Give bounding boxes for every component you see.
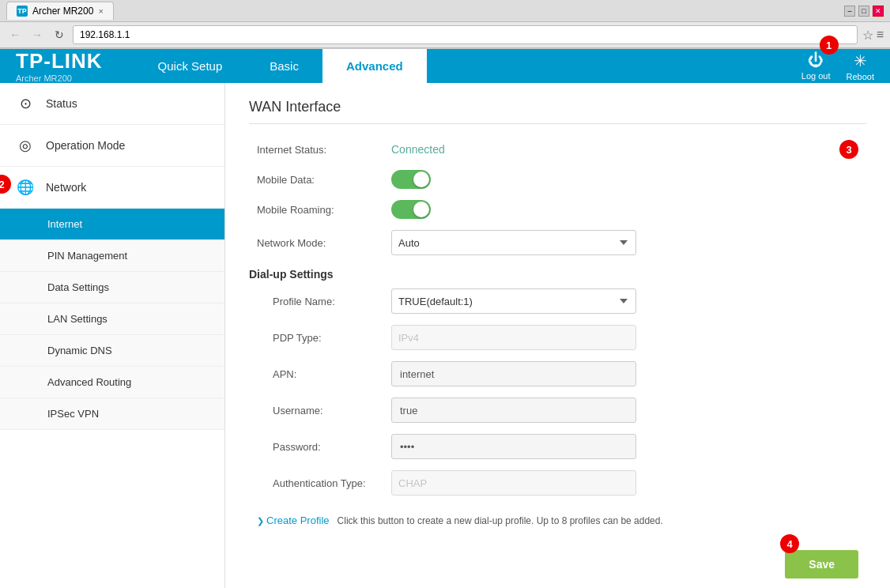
auth-type-label: Authentication Type: — [257, 477, 391, 489]
network-mode-label: Network Mode: — [257, 237, 391, 249]
apn-input-wrapper — [391, 361, 858, 386]
sidebar-sub-internet[interactable]: Internet — [0, 209, 224, 240]
logo-model: Archer MR200 — [16, 74, 103, 83]
nav-advanced[interactable]: Advanced — [322, 49, 427, 83]
sidebar: ⊙ Status ◎ Operation Mode 🌐 Network 2 In… — [0, 83, 225, 588]
username-label: Username: — [257, 405, 391, 416]
mobile-data-toggle[interactable] — [391, 170, 858, 189]
mobile-roaming-thumb — [413, 202, 429, 217]
app: TP-LINK Archer MR200 Quick Setup Basic A… — [0, 49, 890, 539]
logout-icon: ⏻ — [808, 51, 824, 70]
network-mode-select-wrapper: Auto 4G/LTE Only 3G Only 2G Only — [391, 230, 858, 255]
main-content: WAN Interface Internet Status: Connected… — [225, 83, 890, 588]
sidebar-operation-mode-label: Operation Mode — [46, 139, 125, 152]
sidebar-vpn-label: IPSec VPN — [47, 408, 99, 420]
annotation-1: 1 — [820, 36, 839, 55]
menu-icon[interactable]: ≡ — [877, 28, 884, 42]
sidebar-sub-lan-settings[interactable]: LAN Settings — [0, 303, 224, 335]
minimize-button[interactable]: – — [844, 6, 855, 17]
mobile-roaming-switch[interactable] — [391, 200, 858, 219]
sidebar-routing-label: Advanced Routing — [47, 376, 131, 388]
pdp-type-row: PDP Type: IPv4 — [249, 325, 866, 350]
main-nav: Quick Setup Basic Advanced — [134, 49, 801, 83]
apn-label: APN: — [257, 368, 391, 380]
sidebar-item-network[interactable]: 🌐 Network 2 — [0, 167, 224, 209]
sidebar-sub-advanced-routing[interactable]: Advanced Routing — [0, 367, 224, 398]
browser-tab[interactable]: TP Archer MR200 × — [6, 2, 114, 20]
bookmark-icon[interactable]: ☆ — [862, 28, 873, 43]
sidebar-dns-label: Dynamic DNS — [47, 345, 112, 356]
logout-label: Log out — [801, 71, 831, 81]
close-button[interactable]: ✕ — [873, 6, 884, 17]
mobile-roaming-toggle[interactable] — [391, 200, 858, 219]
reboot-button[interactable]: ✳ Reboot — [847, 51, 874, 81]
reload-button[interactable]: ↻ — [51, 26, 68, 43]
username-row: Username: — [249, 398, 866, 423]
network-icon: 🌐 — [16, 178, 35, 197]
pdp-type-select-wrapper: IPv4 — [391, 325, 858, 350]
mobile-roaming-row: Mobile Roaming: — [249, 200, 866, 219]
password-input-wrapper — [391, 434, 858, 459]
content-area: ⊙ Status ◎ Operation Mode 🌐 Network 2 In… — [0, 83, 890, 588]
pdp-type-select[interactable]: IPv4 — [391, 325, 636, 350]
mobile-data-track — [391, 170, 431, 189]
internet-status-label: Internet Status: — [257, 144, 391, 156]
page-title: WAN Interface — [249, 99, 866, 124]
password-row: Password: — [249, 434, 866, 459]
nav-basic[interactable]: Basic — [246, 49, 322, 83]
address-bar-icons: ☆ ≡ — [862, 28, 884, 43]
sidebar-sub-data-settings[interactable]: Data Settings — [0, 272, 224, 303]
header: TP-LINK Archer MR200 Quick Setup Basic A… — [0, 49, 890, 83]
mobile-data-thumb — [413, 172, 429, 187]
create-profile-text: Click this button to create a new dial-u… — [338, 515, 663, 526]
password-input[interactable] — [391, 434, 636, 459]
sidebar-lan-label: LAN Settings — [47, 313, 107, 325]
mobile-data-row: Mobile Data: — [249, 170, 866, 189]
dial-up-section: Profile Name: TRUE(default:1) PDP Type: … — [249, 288, 866, 496]
auth-type-select[interactable]: CHAP PAP None — [391, 470, 636, 496]
sidebar-data-label: Data Settings — [47, 281, 109, 293]
profile-name-row: Profile Name: TRUE(default:1) — [249, 288, 866, 314]
tab-close-button[interactable]: × — [98, 6, 103, 16]
header-actions: 1 ⏻ Log out ✳ Reboot — [801, 51, 874, 81]
create-profile-row: Create Profile Click this button to crea… — [249, 507, 866, 534]
profile-name-label: Profile Name: — [257, 296, 391, 307]
internet-status-value: Connected — [391, 143, 792, 156]
mobile-roaming-label: Mobile Roaming: — [257, 204, 391, 216]
auth-type-select-wrapper: CHAP PAP None — [391, 470, 858, 496]
sidebar-sub-dynamic-dns[interactable]: Dynamic DNS — [0, 335, 224, 367]
mobile-roaming-track — [391, 200, 431, 219]
save-button[interactable]: Save — [785, 550, 858, 579]
create-profile-link[interactable]: Create Profile — [257, 514, 330, 526]
logout-button[interactable]: ⏻ Log out — [801, 51, 831, 81]
window-controls: – □ ✕ — [844, 6, 884, 17]
apn-input[interactable] — [391, 361, 636, 386]
operation-mode-icon: ◎ — [16, 136, 35, 155]
title-bar: TP Archer MR200 × – □ ✕ — [0, 0, 890, 22]
url-input[interactable] — [73, 25, 858, 44]
password-label: Password: — [257, 441, 391, 453]
logo-tp: TP-LINK — [16, 49, 103, 74]
username-input[interactable] — [391, 398, 636, 423]
forward-button[interactable]: → — [28, 26, 46, 43]
restore-button[interactable]: □ — [858, 6, 869, 17]
internet-status-row: Internet Status: Connected 3 — [249, 140, 866, 159]
sidebar-status-label: Status — [46, 97, 77, 110]
sidebar-sub-pin-management[interactable]: PIN Management — [0, 240, 224, 272]
tab-favicon: TP — [17, 6, 28, 17]
network-mode-row: Network Mode: Auto 4G/LTE Only 3G Only 2… — [249, 230, 866, 255]
dial-up-section-title: Dial-up Settings — [249, 268, 866, 281]
sidebar-item-operation-mode[interactable]: ◎ Operation Mode — [0, 125, 224, 167]
mobile-data-switch[interactable] — [391, 170, 858, 189]
mobile-data-label: Mobile Data: — [257, 174, 391, 186]
status-connected-text: Connected — [391, 143, 445, 156]
sidebar-item-status[interactable]: ⊙ Status — [0, 83, 224, 125]
back-button[interactable]: ← — [6, 26, 24, 43]
annotation-3: 3 — [839, 140, 858, 159]
save-row: 4 Save — [249, 542, 866, 586]
nav-quick-setup[interactable]: Quick Setup — [134, 49, 247, 83]
sidebar-sub-ipsec-vpn[interactable]: IPSec VPN — [0, 398, 224, 430]
profile-name-select[interactable]: TRUE(default:1) — [391, 288, 636, 314]
network-mode-select[interactable]: Auto 4G/LTE Only 3G Only 2G Only — [391, 230, 636, 255]
annotation-2: 2 — [0, 175, 11, 194]
